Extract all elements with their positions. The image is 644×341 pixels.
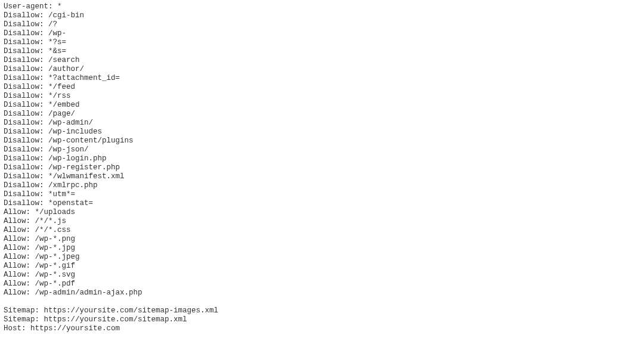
robots-txt-content: User-agent: * Disallow: /cgi-bin Disallo… — [0, 0, 644, 336]
